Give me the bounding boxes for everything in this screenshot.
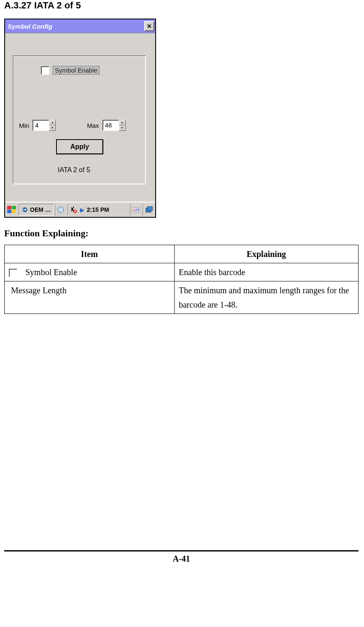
plug-x-icon (70, 206, 77, 214)
dialog-window: Symbol Config ✕ Symbol Enable Min 4 ▲ ▼ (4, 19, 156, 218)
svg-rect-3 (12, 210, 16, 213)
table-row: Symbol Enable Enable this barcode (5, 263, 359, 281)
min-spinner[interactable]: 4 ▲ ▼ (32, 120, 56, 131)
titlebar: Symbol Config ✕ (5, 19, 155, 33)
taskbar-time: 2:15 PM (85, 206, 111, 213)
app-icon (22, 206, 28, 213)
desktop-icon (145, 206, 153, 213)
taskbar-app-button[interactable]: OEM … (19, 204, 54, 216)
globe-icon (57, 206, 65, 214)
checkbox-icon (9, 269, 17, 277)
start-button[interactable] (6, 204, 18, 216)
taskbar-indicator-arrow: ▶ (80, 207, 84, 213)
close-button[interactable]: ✕ (144, 21, 154, 31)
svg-rect-2 (7, 210, 11, 213)
dialog-title: Symbol Config (8, 23, 52, 30)
windows-flag-icon (7, 206, 16, 214)
tray-icon-2[interactable] (67, 204, 79, 216)
taskbar: OEM … ▶ 2:15 PM 123 (5, 202, 155, 217)
max-label: Max (87, 122, 99, 129)
apply-button[interactable]: Apply (56, 139, 103, 154)
min-up-button[interactable]: ▲ (49, 120, 56, 125)
tray-icon-1[interactable] (55, 204, 67, 216)
svg-point-6 (58, 207, 64, 213)
min-input[interactable]: 4 (32, 120, 49, 131)
table-item-label: Symbol Enable (25, 268, 77, 277)
table-item-explaining: The minimum and maximum length ranges fo… (174, 281, 358, 314)
taskbar-app-label: OEM … (30, 206, 51, 213)
page-number: A-41 (4, 550, 359, 564)
section-heading: A.3.27 IATA 2 of 5 (4, 0, 360, 11)
max-input[interactable]: 48 (102, 120, 119, 131)
table-header-explaining: Explaining (174, 245, 358, 263)
svg-rect-1 (12, 206, 16, 209)
max-up-button[interactable]: ▲ (119, 120, 126, 125)
desktop-button[interactable] (143, 204, 154, 216)
table-item-label: Message Length (11, 286, 67, 295)
min-down-button[interactable]: ▼ (49, 125, 56, 131)
svg-rect-0 (7, 206, 11, 209)
svg-rect-5 (23, 209, 27, 210)
explaining-table: Item Explaining Symbol Enable Enable thi… (4, 245, 359, 314)
tray-icon-3[interactable]: 123 (130, 204, 142, 216)
max-spinner[interactable]: 48 ▲ ▼ (102, 120, 126, 131)
svg-rect-9 (148, 206, 153, 211)
function-explaining-heading: Function Explaining: (4, 228, 360, 239)
table-item-explaining: Enable this barcode (174, 263, 358, 281)
symbol-enable-label: Symbol Enable (53, 66, 100, 75)
min-label: Min (19, 122, 29, 129)
symbol-enable-checkbox[interactable] (41, 66, 49, 75)
table-header-item: Item (5, 245, 175, 263)
barcode-name-label: IATA 2 of 5 (58, 166, 90, 174)
calendar-icon: 123 (132, 207, 140, 212)
max-down-button[interactable]: ▼ (119, 125, 126, 131)
table-row: Message Length The minimum and maximum l… (5, 281, 359, 314)
